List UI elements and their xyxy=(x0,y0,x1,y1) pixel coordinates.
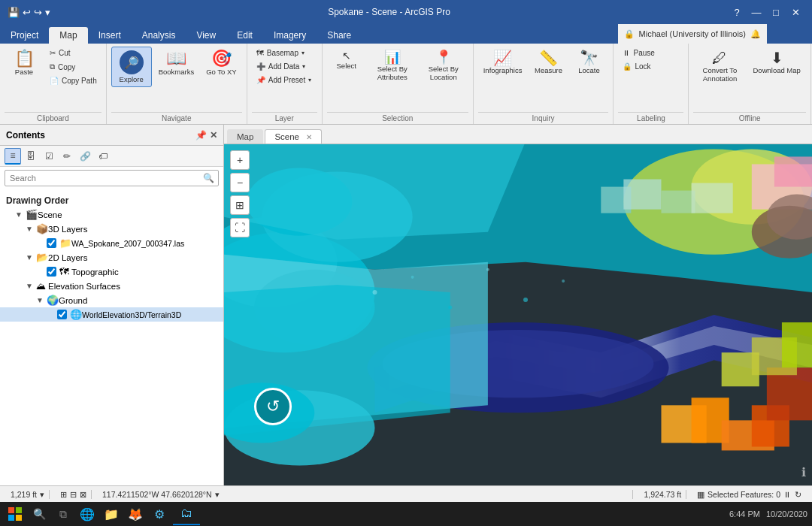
copy-path-button[interactable]: 📄 Copy Path xyxy=(45,74,102,87)
locate-button[interactable]: 🔭 Locate xyxy=(569,47,608,78)
scale-dropdown-icon[interactable]: ▾ xyxy=(40,490,44,499)
2d-layers-collapse-icon[interactable]: ▼ xyxy=(26,253,36,261)
pause-icon-status[interactable]: ⏸ xyxy=(783,490,792,499)
notification-icon[interactable]: 🔔 xyxy=(750,29,761,39)
scale-section: 1,219 ft ▾ xyxy=(6,490,50,499)
ground-collapse-icon[interactable]: ▼ xyxy=(36,296,47,304)
help-button[interactable]: ? xyxy=(728,4,746,20)
select-by-location-button[interactable]: 📍 Select By Location xyxy=(419,47,468,86)
zoom-out-button[interactable]: − xyxy=(230,173,250,192)
pause-button[interactable]: ⏸ Pause xyxy=(618,47,659,59)
infographics-button[interactable]: 📈 Infographics xyxy=(478,47,528,78)
bookmarks-button[interactable]: 📖 Bookmarks xyxy=(153,47,200,80)
tree-item-ground[interactable]: ▼ 🌍 Ground xyxy=(0,293,223,307)
full-extent-button[interactable]: ⛶ xyxy=(230,218,250,237)
list-by-snapping-btn[interactable]: 🔗 xyxy=(77,148,93,165)
measure-button[interactable]: 📏 Measure xyxy=(529,47,568,78)
close-button[interactable]: ✕ xyxy=(786,4,804,20)
tab-project[interactable]: Project xyxy=(0,27,49,44)
explore-button[interactable]: 🔎 Explore xyxy=(111,47,152,87)
search-input[interactable] xyxy=(5,171,199,185)
tab-view[interactable]: View xyxy=(186,27,226,44)
minimize-button[interactable]: — xyxy=(747,4,765,20)
basemap-button[interactable]: 🗺 Basemap ▾ xyxy=(252,47,316,59)
tab-edit[interactable]: Edit xyxy=(226,27,263,44)
user-name[interactable]: Michael (University of Illinois) xyxy=(639,29,746,38)
list-by-data-source-btn[interactable]: 🗄 xyxy=(23,148,39,165)
convert-to-annotation-button[interactable]: 🖊 Convert To Annotation xyxy=(693,47,746,87)
go-to-xy-button[interactable]: 🎯 Go To XY xyxy=(201,47,242,80)
tab-analysis[interactable]: Analysis xyxy=(132,27,186,44)
tree-item-wa-spokane[interactable]: 📁 WA_Spokane_2007_000347.las xyxy=(0,236,223,250)
tab-share[interactable]: Share xyxy=(317,27,362,44)
quick-access-save[interactable]: 💾 xyxy=(8,7,20,18)
tree-item-2d-layers[interactable]: ▼ 📂 2D Layers xyxy=(0,250,223,265)
elevation-collapse-icon[interactable]: ▼ xyxy=(26,282,36,290)
world-elevation-checkbox[interactable] xyxy=(57,310,67,319)
scene-tab-close-icon[interactable]: ✕ xyxy=(306,133,312,141)
tab-imagery[interactable]: Imagery xyxy=(263,27,317,44)
zoom-in-button[interactable]: + xyxy=(230,150,250,170)
select-button[interactable]: ↖ Select xyxy=(327,47,366,74)
select-by-attributes-button[interactable]: 📊 Select By Attributes xyxy=(368,47,417,86)
arcgis-taskbar-btn[interactable]: 🗂 xyxy=(173,503,200,525)
tree-item-scene[interactable]: ▼ 🎬 Scene xyxy=(0,207,223,222)
contents-pin-icon[interactable]: 📌 xyxy=(195,130,207,141)
tab-insert[interactable]: Insert xyxy=(88,27,132,44)
lock-button[interactable]: 🔒 Lock xyxy=(618,60,659,73)
topographic-checkbox[interactable] xyxy=(47,267,56,277)
view-chart-icon[interactable]: ⊠ xyxy=(80,490,86,499)
ribbon-group-layer: 🗺 Basemap ▾ ➕ Add Data ▾ 📌 Add Preset ▾ … xyxy=(247,44,323,124)
refresh-icon[interactable]: ↻ xyxy=(795,490,801,499)
tab-map-view[interactable]: Map xyxy=(227,129,263,144)
extent-button[interactable]: ⊞ xyxy=(230,195,250,215)
scene-canvas[interactable]: + − ⊞ ⛶ ↺ ℹ xyxy=(224,144,812,485)
explorer-taskbar-btn[interactable]: 📁 xyxy=(101,503,122,524)
offline-label: Offline xyxy=(693,112,805,122)
tree-item-3d-layers[interactable]: ▼ 📦 3D Layers xyxy=(0,222,223,236)
cut-button[interactable]: ✂ Cut xyxy=(45,47,102,59)
taskbar-left: 🔍 ⧉ 🌐 📁 🦊 ⚙ 🗂 xyxy=(5,503,200,525)
quick-access-undo[interactable]: ↩ xyxy=(23,7,31,18)
control-panel-taskbar-btn[interactable]: ⚙ xyxy=(149,503,170,524)
search-taskbar-button[interactable]: 🔍 xyxy=(29,503,50,524)
tab-scene-view[interactable]: Scene ✕ xyxy=(265,129,322,144)
tree-item-elevation-surfaces[interactable]: ▼ ⛰ Elevation Surfaces xyxy=(0,279,223,293)
tab-map[interactable]: Map xyxy=(49,27,87,44)
task-view-button[interactable]: ⧉ xyxy=(53,503,74,524)
edge-taskbar-btn[interactable]: 🌐 xyxy=(77,503,98,524)
coord-dropdown-icon[interactable]: ▾ xyxy=(215,490,220,499)
view-table-icon[interactable]: ⊟ xyxy=(70,490,77,499)
copy-button[interactable]: ⧉ Copy xyxy=(45,60,102,74)
svg-rect-42 xyxy=(8,515,14,521)
list-by-labeling-btn[interactable]: 🏷 xyxy=(95,148,111,165)
add-data-button[interactable]: ➕ Add Data ▾ xyxy=(252,60,316,73)
svg-rect-40 xyxy=(8,507,14,513)
list-by-selection-btn[interactable]: ☑ xyxy=(41,148,57,165)
list-by-editing-btn[interactable]: ✏ xyxy=(59,148,75,165)
scene-icon: 🎬 xyxy=(26,209,38,220)
download-map-button[interactable]: ⬇ Download Map xyxy=(747,47,805,78)
paste-button[interactable]: 📋 Paste xyxy=(5,47,44,80)
search-icon[interactable]: 🔍 xyxy=(199,171,218,186)
tree-item-world-elevation[interactable]: 🌐 WorldElevation3D/Terrain3D xyxy=(0,307,223,322)
maximize-button[interactable]: □ xyxy=(767,4,785,20)
list-by-drawing-order-btn[interactable]: ≡ xyxy=(5,148,21,165)
quick-access-redo[interactable]: ↪ xyxy=(34,7,42,18)
ribbon-group-inquiry: 📈 Infographics 📏 Measure 🔭 Locate Inquir… xyxy=(474,44,614,124)
start-button[interactable] xyxy=(5,503,26,524)
view-link-icon[interactable]: ⊞ xyxy=(60,490,67,499)
svg-rect-18 xyxy=(767,367,812,420)
scene-collapse-icon[interactable]: ▼ xyxy=(15,210,26,219)
quick-access-more[interactable]: ▾ xyxy=(45,7,50,18)
tree-item-topographic[interactable]: 🗺 Topographic xyxy=(0,265,223,279)
arcgis-icon: 🗂 xyxy=(180,506,192,520)
3d-layers-collapse-icon[interactable]: ▼ xyxy=(26,225,36,233)
wa-spokane-checkbox[interactable] xyxy=(47,238,56,248)
contents-close-icon[interactable]: ✕ xyxy=(210,130,217,141)
taskbar-search-icon: 🔍 xyxy=(33,508,46,520)
map-info-button[interactable]: ℹ xyxy=(801,465,806,479)
firefox-taskbar-btn[interactable]: 🦊 xyxy=(125,503,146,524)
add-preset-button[interactable]: 📌 Add Preset ▾ xyxy=(252,74,316,86)
compass-widget[interactable]: ↺ xyxy=(254,388,292,425)
